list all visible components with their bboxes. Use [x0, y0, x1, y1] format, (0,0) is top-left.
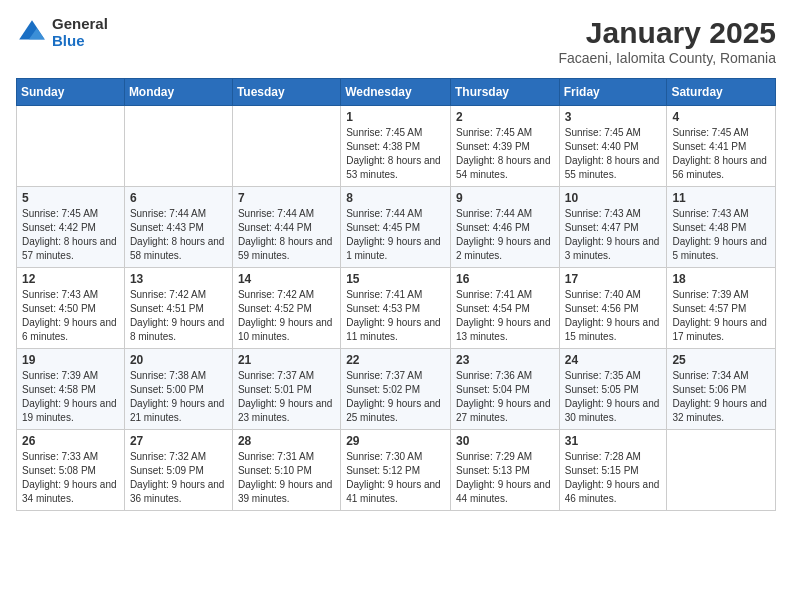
day-number: 4 [672, 110, 770, 124]
day-info: Sunrise: 7:42 AMSunset: 4:51 PMDaylight:… [130, 288, 227, 344]
calendar-cell: 13Sunrise: 7:42 AMSunset: 4:51 PMDayligh… [124, 268, 232, 349]
calendar-cell [667, 430, 776, 511]
day-number: 23 [456, 353, 554, 367]
calendar-cell: 28Sunrise: 7:31 AMSunset: 5:10 PMDayligh… [232, 430, 340, 511]
day-info: Sunrise: 7:38 AMSunset: 5:00 PMDaylight:… [130, 369, 227, 425]
location-title: Facaeni, Ialomita County, Romania [558, 50, 776, 66]
day-info: Sunrise: 7:37 AMSunset: 5:02 PMDaylight:… [346, 369, 445, 425]
calendar-cell: 24Sunrise: 7:35 AMSunset: 5:05 PMDayligh… [559, 349, 667, 430]
day-number: 17 [565, 272, 662, 286]
calendar-cell [17, 106, 125, 187]
calendar-cell: 6Sunrise: 7:44 AMSunset: 4:43 PMDaylight… [124, 187, 232, 268]
day-number: 26 [22, 434, 119, 448]
calendar-cell: 23Sunrise: 7:36 AMSunset: 5:04 PMDayligh… [450, 349, 559, 430]
day-info: Sunrise: 7:44 AMSunset: 4:43 PMDaylight:… [130, 207, 227, 263]
weekday-header-cell: Tuesday [232, 79, 340, 106]
day-number: 13 [130, 272, 227, 286]
calendar-cell: 9Sunrise: 7:44 AMSunset: 4:46 PMDaylight… [450, 187, 559, 268]
calendar-cell: 31Sunrise: 7:28 AMSunset: 5:15 PMDayligh… [559, 430, 667, 511]
page-header: General Blue January 2025 Facaeni, Ialom… [16, 16, 776, 66]
calendar-cell: 22Sunrise: 7:37 AMSunset: 5:02 PMDayligh… [341, 349, 451, 430]
day-number: 15 [346, 272, 445, 286]
day-number: 12 [22, 272, 119, 286]
day-number: 1 [346, 110, 445, 124]
day-info: Sunrise: 7:36 AMSunset: 5:04 PMDaylight:… [456, 369, 554, 425]
weekday-header-cell: Friday [559, 79, 667, 106]
day-number: 16 [456, 272, 554, 286]
day-number: 3 [565, 110, 662, 124]
calendar-body: 1Sunrise: 7:45 AMSunset: 4:38 PMDaylight… [17, 106, 776, 511]
day-number: 14 [238, 272, 335, 286]
day-number: 8 [346, 191, 445, 205]
calendar-cell: 8Sunrise: 7:44 AMSunset: 4:45 PMDaylight… [341, 187, 451, 268]
day-number: 7 [238, 191, 335, 205]
title-block: January 2025 Facaeni, Ialomita County, R… [558, 16, 776, 66]
logo-icon [16, 17, 48, 49]
day-info: Sunrise: 7:29 AMSunset: 5:13 PMDaylight:… [456, 450, 554, 506]
calendar-cell: 5Sunrise: 7:45 AMSunset: 4:42 PMDaylight… [17, 187, 125, 268]
day-number: 5 [22, 191, 119, 205]
calendar-cell: 30Sunrise: 7:29 AMSunset: 5:13 PMDayligh… [450, 430, 559, 511]
day-info: Sunrise: 7:33 AMSunset: 5:08 PMDaylight:… [22, 450, 119, 506]
day-number: 20 [130, 353, 227, 367]
calendar-cell: 26Sunrise: 7:33 AMSunset: 5:08 PMDayligh… [17, 430, 125, 511]
weekday-header-cell: Thursday [450, 79, 559, 106]
day-number: 22 [346, 353, 445, 367]
day-number: 2 [456, 110, 554, 124]
day-info: Sunrise: 7:44 AMSunset: 4:44 PMDaylight:… [238, 207, 335, 263]
day-info: Sunrise: 7:45 AMSunset: 4:38 PMDaylight:… [346, 126, 445, 182]
calendar-cell: 18Sunrise: 7:39 AMSunset: 4:57 PMDayligh… [667, 268, 776, 349]
weekday-header-cell: Monday [124, 79, 232, 106]
calendar-cell [124, 106, 232, 187]
calendar-cell: 1Sunrise: 7:45 AMSunset: 4:38 PMDaylight… [341, 106, 451, 187]
calendar-cell: 19Sunrise: 7:39 AMSunset: 4:58 PMDayligh… [17, 349, 125, 430]
calendar-cell: 17Sunrise: 7:40 AMSunset: 4:56 PMDayligh… [559, 268, 667, 349]
calendar-week-row: 1Sunrise: 7:45 AMSunset: 4:38 PMDaylight… [17, 106, 776, 187]
day-number: 10 [565, 191, 662, 205]
day-number: 19 [22, 353, 119, 367]
day-number: 27 [130, 434, 227, 448]
logo: General Blue [16, 16, 108, 49]
day-info: Sunrise: 7:45 AMSunset: 4:40 PMDaylight:… [565, 126, 662, 182]
calendar-week-row: 26Sunrise: 7:33 AMSunset: 5:08 PMDayligh… [17, 430, 776, 511]
day-info: Sunrise: 7:34 AMSunset: 5:06 PMDaylight:… [672, 369, 770, 425]
day-info: Sunrise: 7:43 AMSunset: 4:50 PMDaylight:… [22, 288, 119, 344]
calendar-cell: 25Sunrise: 7:34 AMSunset: 5:06 PMDayligh… [667, 349, 776, 430]
calendar-cell [232, 106, 340, 187]
day-info: Sunrise: 7:30 AMSunset: 5:12 PMDaylight:… [346, 450, 445, 506]
day-info: Sunrise: 7:43 AMSunset: 4:48 PMDaylight:… [672, 207, 770, 263]
calendar-cell: 21Sunrise: 7:37 AMSunset: 5:01 PMDayligh… [232, 349, 340, 430]
calendar-cell: 4Sunrise: 7:45 AMSunset: 4:41 PMDaylight… [667, 106, 776, 187]
day-number: 18 [672, 272, 770, 286]
logo-general: General [52, 16, 108, 33]
day-info: Sunrise: 7:39 AMSunset: 4:57 PMDaylight:… [672, 288, 770, 344]
day-info: Sunrise: 7:45 AMSunset: 4:41 PMDaylight:… [672, 126, 770, 182]
day-info: Sunrise: 7:39 AMSunset: 4:58 PMDaylight:… [22, 369, 119, 425]
calendar-table: SundayMondayTuesdayWednesdayThursdayFrid… [16, 78, 776, 511]
calendar-cell: 3Sunrise: 7:45 AMSunset: 4:40 PMDaylight… [559, 106, 667, 187]
calendar-cell: 11Sunrise: 7:43 AMSunset: 4:48 PMDayligh… [667, 187, 776, 268]
calendar-cell: 15Sunrise: 7:41 AMSunset: 4:53 PMDayligh… [341, 268, 451, 349]
day-info: Sunrise: 7:37 AMSunset: 5:01 PMDaylight:… [238, 369, 335, 425]
calendar-week-row: 19Sunrise: 7:39 AMSunset: 4:58 PMDayligh… [17, 349, 776, 430]
day-info: Sunrise: 7:45 AMSunset: 4:42 PMDaylight:… [22, 207, 119, 263]
logo-text: General Blue [52, 16, 108, 49]
day-number: 31 [565, 434, 662, 448]
day-info: Sunrise: 7:41 AMSunset: 4:54 PMDaylight:… [456, 288, 554, 344]
day-number: 25 [672, 353, 770, 367]
calendar-cell: 10Sunrise: 7:43 AMSunset: 4:47 PMDayligh… [559, 187, 667, 268]
day-info: Sunrise: 7:42 AMSunset: 4:52 PMDaylight:… [238, 288, 335, 344]
day-info: Sunrise: 7:45 AMSunset: 4:39 PMDaylight:… [456, 126, 554, 182]
day-number: 6 [130, 191, 227, 205]
logo-blue: Blue [52, 33, 108, 50]
weekday-header-cell: Sunday [17, 79, 125, 106]
calendar-cell: 27Sunrise: 7:32 AMSunset: 5:09 PMDayligh… [124, 430, 232, 511]
calendar-week-row: 12Sunrise: 7:43 AMSunset: 4:50 PMDayligh… [17, 268, 776, 349]
weekday-header-cell: Wednesday [341, 79, 451, 106]
calendar-week-row: 5Sunrise: 7:45 AMSunset: 4:42 PMDaylight… [17, 187, 776, 268]
day-info: Sunrise: 7:28 AMSunset: 5:15 PMDaylight:… [565, 450, 662, 506]
day-number: 9 [456, 191, 554, 205]
day-info: Sunrise: 7:40 AMSunset: 4:56 PMDaylight:… [565, 288, 662, 344]
day-number: 30 [456, 434, 554, 448]
day-number: 21 [238, 353, 335, 367]
